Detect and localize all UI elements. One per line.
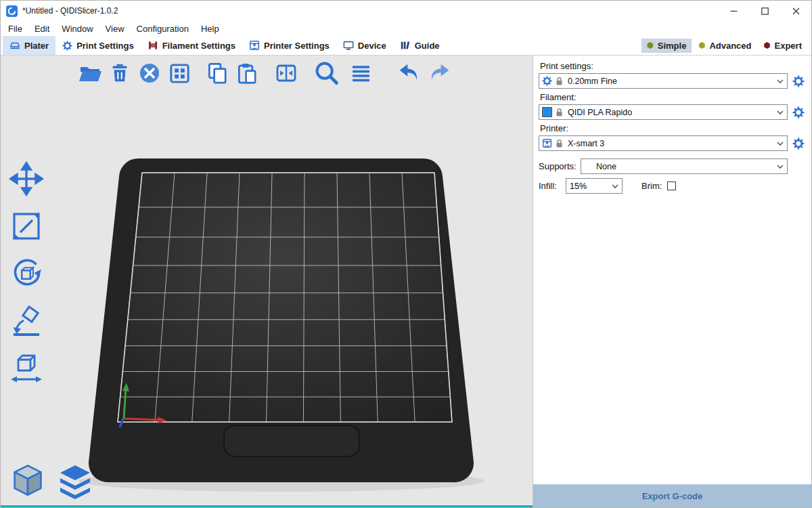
tab-plater-label: Plater xyxy=(24,41,49,51)
window-title: *Untitled - QIDISlicer-1.0.2 xyxy=(22,6,118,16)
menu-file[interactable]: File xyxy=(2,24,28,34)
tab-guide[interactable]: Guide xyxy=(393,36,447,55)
tab-device[interactable]: Device xyxy=(336,36,393,55)
filament-color-swatch xyxy=(542,107,552,117)
infill-label: Infill: xyxy=(539,181,566,191)
search-button[interactable] xyxy=(313,60,340,87)
printer-label: Printer: xyxy=(540,123,805,133)
scale-tool[interactable] xyxy=(7,208,45,245)
tab-bar: Plater Print Settings Filament Settings … xyxy=(1,36,811,56)
print-settings-combo[interactable]: 0.20mm Fine xyxy=(539,73,788,89)
lock-icon xyxy=(556,108,563,117)
variable-layer-height-button[interactable] xyxy=(347,60,374,87)
print-settings-label: Print settings: xyxy=(540,61,805,71)
app-window: *Untitled - QIDISlicer-1.0.2 File Edit W… xyxy=(0,0,812,508)
brim-label: Brim: xyxy=(641,181,662,191)
tab-print-settings-label: Print Settings xyxy=(76,41,134,51)
mode-advanced-label: Advanced xyxy=(709,41,751,51)
guide-icon xyxy=(400,40,411,51)
menu-window[interactable]: Window xyxy=(55,24,99,34)
delete-all-icon xyxy=(137,61,162,85)
filament-label: Filament: xyxy=(540,92,805,102)
redo-button[interactable] xyxy=(426,60,453,87)
menu-help[interactable]: Help xyxy=(195,24,225,34)
maximize-icon xyxy=(761,7,769,15)
lock-icon xyxy=(556,139,563,148)
maximize-button[interactable] xyxy=(749,1,780,21)
view-switcher xyxy=(9,461,93,499)
printer-gear-button[interactable] xyxy=(792,137,805,150)
layers-lines-icon xyxy=(349,62,373,85)
filament-combo[interactable]: QIDI PLA Rapido xyxy=(539,104,788,120)
simple-mode-icon xyxy=(647,42,654,49)
mode-expert-label: Expert xyxy=(775,41,802,51)
mode-simple[interactable]: Simple xyxy=(641,39,692,53)
chevron-down-icon xyxy=(612,184,618,188)
tab-filament-settings[interactable]: Filament Settings xyxy=(141,36,242,55)
3d-editor-view-button[interactable] xyxy=(9,461,47,499)
move-icon xyxy=(9,161,44,196)
arrange-button[interactable] xyxy=(166,60,193,87)
close-icon xyxy=(792,7,800,15)
paste-button[interactable] xyxy=(233,60,261,87)
mode-simple-label: Simple xyxy=(658,41,687,51)
print-settings-gear-button[interactable] xyxy=(792,75,805,87)
chevron-down-icon xyxy=(777,142,784,146)
move-tool[interactable] xyxy=(7,161,45,197)
export-gcode-button[interactable]: Export G-code xyxy=(533,484,811,507)
chevron-down-icon xyxy=(777,110,784,114)
viewport-bottom-strip xyxy=(1,505,533,507)
mode-advanced[interactable]: Advanced xyxy=(693,39,757,53)
printer-combo[interactable]: X-smart 3 xyxy=(539,135,788,151)
paste-icon xyxy=(235,62,259,85)
expert-mode-icon xyxy=(764,42,771,49)
tab-printer-settings[interactable]: Printer Settings xyxy=(242,36,336,55)
place-on-face-icon xyxy=(9,303,44,339)
tab-plater[interactable]: Plater xyxy=(3,36,55,55)
delete-button[interactable] xyxy=(106,60,133,87)
tab-device-label: Device xyxy=(358,41,386,51)
printer-value: X-smart 3 xyxy=(568,139,604,148)
delete-all-button[interactable] xyxy=(136,60,163,87)
undo-icon xyxy=(397,60,422,86)
split-objects-button[interactable] xyxy=(273,60,300,87)
filament-settings-icon xyxy=(148,40,158,51)
redo-icon xyxy=(426,60,452,86)
supports-value: None xyxy=(596,162,616,171)
advanced-mode-icon xyxy=(698,42,705,49)
rotate-tool[interactable] xyxy=(7,255,45,292)
split-icon xyxy=(274,61,298,85)
menu-edit[interactable]: Edit xyxy=(28,24,55,34)
place-on-face-tool[interactable] xyxy=(7,303,45,339)
scale-to-fit-tool[interactable] xyxy=(7,350,45,387)
3d-viewport[interactable] xyxy=(1,56,533,507)
copy-icon xyxy=(206,62,229,85)
infill-value: 15% xyxy=(570,182,587,191)
supports-label: Supports: xyxy=(539,161,581,171)
trash-icon xyxy=(108,62,131,85)
close-button[interactable] xyxy=(780,1,811,21)
open-file-button[interactable] xyxy=(76,60,104,87)
brim-checkbox[interactable] xyxy=(667,182,676,190)
menu-view[interactable]: View xyxy=(99,24,131,34)
preview-layers-button[interactable] xyxy=(58,464,93,499)
arrange-icon xyxy=(168,62,191,85)
copy-button[interactable] xyxy=(204,60,231,87)
gizmo-toolbar xyxy=(7,161,45,387)
tab-guide-label: Guide xyxy=(415,41,440,51)
infill-combo[interactable]: 15% xyxy=(566,178,623,194)
window-controls xyxy=(718,1,811,21)
open-folder-icon xyxy=(78,61,102,85)
lock-icon xyxy=(556,77,563,86)
tab-print-settings[interactable]: Print Settings xyxy=(55,36,141,55)
mode-expert[interactable]: Expert xyxy=(759,39,807,53)
supports-combo[interactable]: None xyxy=(581,158,788,174)
menu-configuration[interactable]: Configuration xyxy=(131,24,195,34)
scale-to-fit-icon xyxy=(9,351,44,386)
undo-button[interactable] xyxy=(396,60,423,87)
minimize-button[interactable] xyxy=(718,1,749,21)
plater-toolbar xyxy=(76,60,453,87)
bed-canvas[interactable] xyxy=(1,56,533,507)
filament-gear-button[interactable] xyxy=(792,106,805,119)
printer-settings-icon xyxy=(249,40,260,51)
